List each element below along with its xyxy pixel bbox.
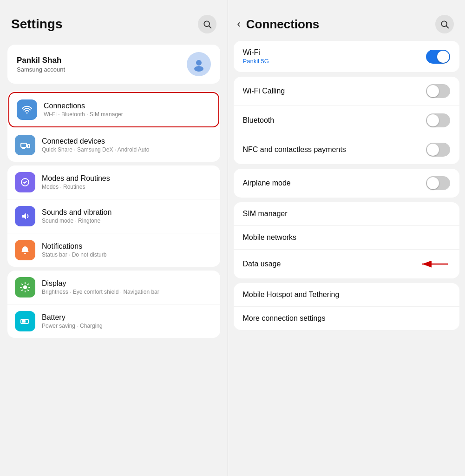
bluetooth-title: Bluetooth [243,116,275,125]
airplane-toggle[interactable] [426,176,450,190]
sounds-subtitle: Sound mode · Ringtone [42,218,111,224]
wifi-calling-title: Wi-Fi Calling [243,87,285,95]
notifications-title: Notifications [42,242,106,251]
connections-subtitle: Wi-Fi · Bluetooth · SIM manager [44,111,123,118]
svg-marker-10 [22,213,26,219]
back-button[interactable]: ‹ [236,16,242,32]
sim-left: SIM manager [243,210,288,218]
hotspot-group: Mobile Hotspot and Tethering More connec… [234,283,459,330]
sidebar-item-notifications[interactable]: Notifications Status bar · Do not distur… [7,233,220,267]
right-panel: ‹ Connections Wi-Fi Pankil 5G [228,0,465,476]
nfc-knob [427,144,439,156]
display-text: Display Brightness · Eye comfort shield … [42,279,159,295]
conn-item-mobile-networks[interactable]: Mobile networks [234,226,459,250]
airplane-group: Airplane mode [234,169,459,198]
sidebar-item-display[interactable]: Display Brightness · Eye comfort shield … [7,271,220,304]
sidebar-item-sounds[interactable]: Sounds and vibration Sound mode · Ringto… [7,199,220,233]
wifi-left: Wi-Fi Pankil 5G [243,48,269,65]
battery-title: Battery [42,313,103,322]
sidebar-item-connections[interactable]: Connections Wi-Fi · Bluetooth · SIM mana… [8,92,219,127]
connections-title: Connections [44,102,123,110]
wifi-group: Wi-Fi Pankil 5G [234,41,459,72]
wifi-toggle[interactable] [426,50,450,64]
data-usage-left: Data usage [243,260,281,268]
network-group: SIM manager Mobile networks Data usage [234,202,459,278]
conn-item-more-connection[interactable]: More connection settings [234,307,459,330]
nfc-toggle[interactable] [426,143,450,157]
conn-item-hotspot[interactable]: Mobile Hotspot and Tethering [234,283,459,307]
notifications-subtitle: Status bar · Do not disturb [42,251,106,258]
system-group: Modes and Routines Modes · Routines Soun… [7,165,220,267]
battery-subtitle: Power saving · Charging [42,323,103,329]
profile-card[interactable]: Pankil Shah Samsung account [7,45,220,84]
airplane-left: Airplane mode [243,179,291,187]
svg-line-15 [446,26,449,28]
data-usage-arrow [418,257,450,271]
svg-rect-5 [21,143,26,147]
right-header-left: ‹ Connections [236,16,320,32]
conn-item-sim[interactable]: SIM manager [234,202,459,226]
conn-item-airplane[interactable]: Airplane mode [234,169,459,198]
modes-routines-icon [15,172,35,192]
sidebar-item-connected-devices[interactable]: Connected devices Quick Share · Samsung … [7,128,220,162]
data-usage-title: Data usage [243,260,281,268]
calling-group: Wi-Fi Calling Bluetooth NFC and contactl… [234,77,459,164]
profile-subtitle: Samsung account [17,66,65,73]
connected-devices-text: Connected devices Quick Share · Samsung … [42,137,149,153]
settings-list: Connections Wi-Fi · Bluetooth · SIM mana… [0,89,228,476]
conn-item-nfc[interactable]: NFC and contactless payments [234,135,459,164]
more-connection-title: More connection settings [243,314,326,323]
left-search-button[interactable] [198,15,216,33]
nfc-left: NFC and contactless payments [243,145,346,154]
svg-rect-13 [22,320,26,323]
wifi-title: Wi-Fi [243,48,269,57]
left-header: Settings [0,0,228,41]
wifi-calling-toggle[interactable] [426,84,450,98]
connections-text: Connections Wi-Fi · Bluetooth · SIM mana… [44,102,123,118]
hotspot-title: Mobile Hotspot and Tethering [243,291,340,299]
wifi-calling-knob [427,85,439,97]
connections-list: Wi-Fi Pankil 5G Wi-Fi Calling Bl [228,41,465,476]
conn-item-data-usage[interactable]: Data usage [234,250,459,278]
display-group: Display Brightness · Eye comfort shield … [7,271,220,338]
connected-devices-subtitle: Quick Share · Samsung DeX · Android Auto [42,146,149,153]
connections-page-title: Connections [246,17,319,32]
connected-devices-icon [15,135,35,155]
airplane-title: Airplane mode [243,179,291,187]
svg-point-4 [26,112,28,114]
display-icon [15,277,35,298]
battery-text: Battery Power saving · Charging [42,313,103,329]
avatar [187,52,211,76]
svg-point-11 [23,285,27,289]
sidebar-item-modes-routines[interactable]: Modes and Routines Modes · Routines [7,165,220,199]
bluetooth-toggle[interactable] [426,113,450,127]
wifi-subtitle: Pankil 5G [243,58,269,65]
svg-point-3 [194,66,203,72]
bluetooth-knob [427,114,439,126]
sounds-icon [15,206,35,226]
sounds-title: Sounds and vibration [42,208,111,217]
more-connection-left: More connection settings [243,314,326,323]
wifi-toggle-knob [437,51,449,63]
connections-icon [17,99,37,120]
svg-point-2 [196,60,202,66]
svg-rect-6 [27,145,30,148]
display-subtitle: Brightness · Eye comfort shield · Naviga… [42,289,159,295]
settings-title: Settings [11,17,62,32]
profile-name: Pankil Shah [17,56,65,65]
display-title: Display [42,279,159,288]
nfc-title: NFC and contactless payments [243,145,346,154]
airplane-knob [427,177,439,189]
modes-routines-subtitle: Modes · Routines [42,184,110,190]
right-search-button[interactable] [435,15,454,33]
conn-item-wifi[interactable]: Wi-Fi Pankil 5G [234,41,459,72]
modes-routines-title: Modes and Routines [42,174,110,183]
hotspot-left: Mobile Hotspot and Tethering [243,291,340,299]
sim-title: SIM manager [243,210,288,218]
left-panel: Settings Pankil Shah Samsung account [0,0,228,476]
svg-line-1 [209,26,211,28]
conn-item-bluetooth[interactable]: Bluetooth [234,106,459,135]
mobile-networks-title: Mobile networks [243,233,297,242]
sidebar-item-battery[interactable]: Battery Power saving · Charging [7,304,220,338]
conn-item-wifi-calling[interactable]: Wi-Fi Calling [234,77,459,106]
